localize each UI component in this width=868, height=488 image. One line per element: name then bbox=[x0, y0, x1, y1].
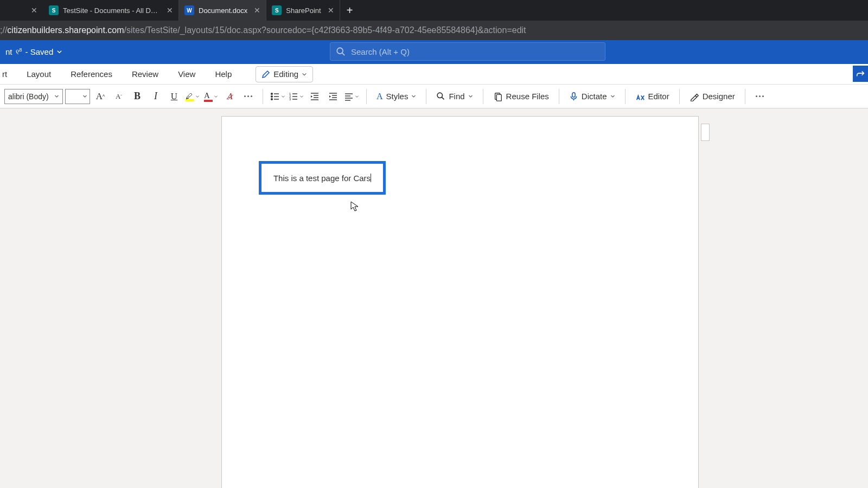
url-scheme: ;// bbox=[0, 25, 7, 35]
svg-point-4 bbox=[271, 95, 273, 97]
text-box[interactable]: This is a test page for Cars bbox=[259, 161, 386, 195]
styles-button[interactable]: A Styles bbox=[373, 88, 419, 105]
tab-title: Document.docx bbox=[199, 7, 247, 15]
styles-label: Styles bbox=[386, 92, 409, 101]
close-icon[interactable]: ✕ bbox=[328, 6, 334, 15]
reuse-files-button[interactable]: Reuse Files bbox=[490, 88, 552, 105]
find-label: Find bbox=[449, 92, 464, 101]
reuse-label: Reuse Files bbox=[506, 92, 549, 101]
svg-text:3: 3 bbox=[289, 98, 291, 101]
page-side-handle[interactable] bbox=[701, 124, 710, 141]
svg-point-2 bbox=[271, 93, 273, 94]
docname-tail: nt bbox=[5, 47, 12, 56]
browser-tab-1[interactable]: W Document.docx ✕ bbox=[179, 0, 266, 21]
browser-tab-2[interactable]: S SharePoint ✕ bbox=[266, 0, 340, 21]
share-button[interactable] bbox=[853, 66, 868, 82]
document-status[interactable]: nt ୧8 - Saved bbox=[5, 47, 62, 56]
document-page[interactable]: This is a test page for Cars bbox=[221, 116, 699, 488]
indent-button[interactable] bbox=[325, 88, 341, 105]
browser-tab-strip: ✕ S TestSite - Documents - All Docum ✕ W… bbox=[0, 0, 868, 21]
bold-button[interactable]: B bbox=[129, 88, 145, 105]
close-icon[interactable]: ✕ bbox=[167, 6, 173, 15]
number-list-button[interactable]: 123 bbox=[288, 88, 304, 105]
chevron-down-icon bbox=[299, 94, 304, 99]
browser-tab-0[interactable]: S TestSite - Documents - All Docum ✕ bbox=[43, 0, 179, 21]
designer-icon bbox=[690, 92, 699, 101]
close-icon[interactable]: ✕ bbox=[254, 6, 260, 15]
svg-point-0 bbox=[337, 48, 343, 54]
favicon-word: W bbox=[184, 5, 194, 15]
favicon-sharepoint: S bbox=[272, 5, 282, 15]
tab-close-slot: ✕ bbox=[22, 0, 43, 21]
saved-label: - Saved bbox=[25, 47, 54, 56]
close-icon[interactable]: ✕ bbox=[31, 6, 37, 15]
bullet-list-button[interactable] bbox=[270, 88, 286, 105]
chevron-down-icon bbox=[195, 94, 200, 99]
divider bbox=[625, 89, 626, 104]
more-ribbon-button[interactable] bbox=[752, 88, 768, 105]
chevron-down-icon bbox=[214, 94, 218, 99]
more-icon bbox=[244, 95, 252, 97]
font-color-button[interactable]: A bbox=[203, 88, 219, 105]
divider bbox=[263, 89, 263, 104]
files-icon bbox=[493, 92, 503, 101]
ribbon-tab-help[interactable]: Help bbox=[213, 65, 234, 83]
editor-icon bbox=[635, 92, 645, 101]
dictate-button[interactable]: Dictate bbox=[566, 88, 618, 105]
tab-title: TestSite - Documents - All Docum bbox=[63, 7, 160, 15]
ribbon-tab-references[interactable]: References bbox=[68, 65, 114, 83]
editing-mode-button[interactable]: Editing bbox=[256, 66, 313, 82]
number-list-icon: 123 bbox=[289, 92, 298, 101]
more-font-button[interactable] bbox=[240, 88, 256, 105]
document-canvas[interactable]: This is a test page for Cars bbox=[0, 108, 868, 488]
designer-button[interactable]: Designer bbox=[686, 88, 738, 105]
url-path: /sites/TestSite/_layouts/15/doc.aspx?sou… bbox=[124, 25, 526, 35]
font-name-value: alibri (Body) bbox=[8, 92, 49, 101]
divider bbox=[559, 89, 559, 104]
search-icon bbox=[336, 47, 346, 56]
indent-icon bbox=[328, 92, 338, 101]
font-name-select[interactable]: alibri (Body) bbox=[4, 89, 63, 104]
mouse-cursor-icon bbox=[350, 201, 359, 212]
svg-line-1 bbox=[342, 53, 345, 56]
clear-format-icon: A̷ bbox=[227, 92, 233, 101]
clear-format-button[interactable]: A̷ bbox=[221, 88, 238, 105]
pencil-icon bbox=[261, 70, 270, 79]
ribbon-tab-insert[interactable]: rt bbox=[0, 65, 9, 83]
font-size-select[interactable] bbox=[65, 89, 90, 104]
divider bbox=[426, 89, 426, 104]
search-input[interactable]: Search (Alt + Q) bbox=[330, 42, 605, 61]
font-color-icon: A bbox=[204, 91, 213, 102]
tab-title: SharePoint bbox=[286, 7, 321, 15]
find-button[interactable]: Find bbox=[433, 88, 476, 105]
ribbon-tab-view[interactable]: View bbox=[176, 65, 197, 83]
highlight-button[interactable]: 🖊 bbox=[184, 88, 201, 105]
editor-label: Editor bbox=[648, 92, 669, 101]
bullet-list-icon bbox=[270, 92, 280, 101]
ribbon-tab-layout[interactable]: Layout bbox=[24, 65, 53, 83]
outdent-button[interactable] bbox=[307, 88, 323, 105]
svg-rect-29 bbox=[496, 94, 501, 101]
svg-point-26 bbox=[438, 93, 443, 98]
search-placeholder: Search (Alt + Q) bbox=[351, 47, 410, 56]
address-bar[interactable]: ;//citizenbuilders.sharepoint.com/sites/… bbox=[0, 21, 868, 40]
svg-rect-30 bbox=[572, 93, 575, 98]
shrink-font-button[interactable]: Aˇ bbox=[111, 88, 127, 105]
chevron-down-icon bbox=[468, 94, 473, 99]
chevron-down-icon bbox=[82, 94, 87, 99]
chevron-down-icon bbox=[610, 94, 615, 99]
editor-button[interactable]: Editor bbox=[632, 88, 673, 105]
chevron-down-icon bbox=[355, 94, 359, 99]
underline-button[interactable]: U bbox=[166, 88, 182, 105]
italic-button[interactable]: I bbox=[148, 88, 164, 105]
divider bbox=[679, 89, 680, 104]
search-icon bbox=[436, 92, 445, 101]
align-button[interactable] bbox=[343, 88, 360, 105]
people-icon: ୧8 bbox=[16, 47, 22, 56]
new-tab-button[interactable]: + bbox=[340, 4, 360, 17]
grow-font-button[interactable]: A^ bbox=[92, 88, 108, 105]
textbox-text: This is a test page for Cars bbox=[273, 174, 371, 183]
ribbon-tab-review[interactable]: Review bbox=[130, 65, 161, 83]
favicon-sharepoint: S bbox=[49, 5, 59, 15]
designer-label: Designer bbox=[703, 92, 735, 101]
